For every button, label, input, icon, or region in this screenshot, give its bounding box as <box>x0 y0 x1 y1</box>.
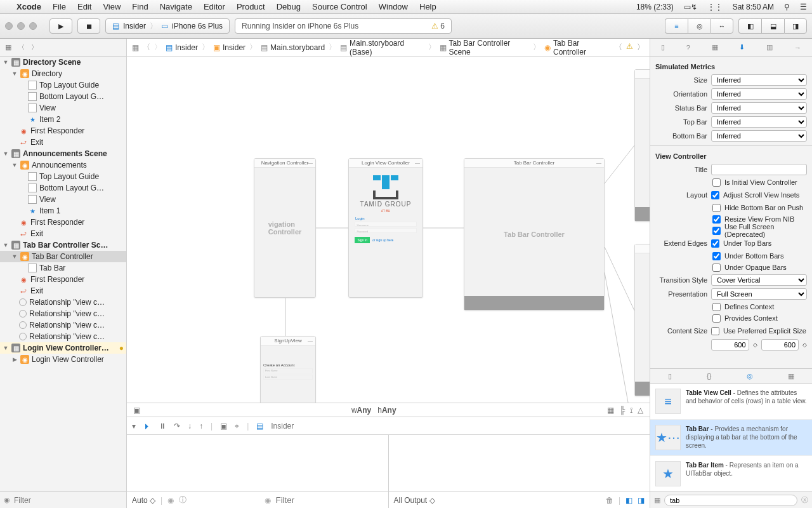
vc-tabbar-controller[interactable]: Tab Bar Controller <box>32 252 93 261</box>
vc-login-controller[interactable]: Login View Controller <box>32 355 104 364</box>
connections-inspector-icon[interactable]: → <box>794 44 801 51</box>
pin-icon[interactable]: ⟟ <box>630 406 632 415</box>
relationship-1[interactable]: Relationship "view c… <box>29 298 105 307</box>
clear-filter-icon[interactable]: ⓧ <box>801 495 808 505</box>
menu-product[interactable]: Product <box>237 2 265 11</box>
title-input[interactable] <box>711 164 807 175</box>
console-pane-left-icon[interactable]: ◧ <box>625 496 632 505</box>
jump-forward-icon[interactable]: 〉 <box>154 42 162 53</box>
version-editor-button[interactable]: ↔ <box>710 18 733 34</box>
bottombar-select[interactable]: Inferred <box>711 130 807 142</box>
presentation-select[interactable]: Full Screen <box>711 288 807 300</box>
object-library-list[interactable]: ≡ Table View Cell - Defines the attribut… <box>650 384 812 491</box>
exit-item[interactable]: Exit <box>30 138 43 147</box>
trash-icon[interactable]: 🗑 <box>606 496 613 505</box>
defines-context-checkbox[interactable] <box>712 303 721 311</box>
size-select[interactable]: Inferred <box>711 74 807 86</box>
library-item-tabbaritem[interactable]: ★ Tab Bar Item - Represents an item on a… <box>650 456 812 491</box>
provides-context-checkbox[interactable] <box>712 314 721 323</box>
library-item-tableviewcell[interactable]: ≡ Table View Cell - Defines the attribut… <box>650 384 812 420</box>
run-button[interactable]: ▶ <box>49 18 72 34</box>
use-fullscreen-checkbox[interactable] <box>712 227 721 235</box>
quicklook-icon[interactable]: ◉ <box>167 496 174 505</box>
ann-view[interactable]: View <box>39 195 56 204</box>
filter-icon[interactable]: ◉ <box>4 496 10 504</box>
next-issue-icon[interactable]: 〉 <box>637 42 645 53</box>
content-width-input[interactable] <box>711 339 749 351</box>
menu-navigate[interactable]: Navigate <box>160 2 192 11</box>
jump-bar[interactable]: ▦ 〈 〉 ▤Insider〉 ▣Insider〉 ▤Main.storyboa… <box>127 39 650 57</box>
view-item[interactable]: View <box>39 104 56 112</box>
wifi-icon[interactable]: ⋮⋮ <box>707 3 723 11</box>
zoom-window-icon[interactable] <box>29 22 37 30</box>
canvas-login-scene[interactable]: Login View Controller— TAMID GROUP AT BU… <box>348 158 423 298</box>
scene-announcements[interactable]: Announcements Scene <box>23 149 107 158</box>
login-password-field[interactable]: Password <box>355 228 416 233</box>
warning-icon[interactable]: ⚠ <box>626 42 633 53</box>
canvas-tabbar-scene[interactable]: Tab Bar Controller— Tab Bar Controller <box>464 158 605 311</box>
console-output-select[interactable]: All Output ◇ <box>394 496 435 505</box>
standard-editor-button[interactable]: ≡ <box>665 18 688 34</box>
menu-editor[interactable]: Editor <box>204 2 225 11</box>
library-tabs[interactable]: ▯ {} ◎ ▦ <box>650 368 812 384</box>
control-center-icon[interactable]: ☰ <box>800 3 807 11</box>
library-item-tabbar[interactable]: ★⋯ Tab Bar - Provides a mechanism for di… <box>650 420 812 456</box>
assistant-editor-button[interactable]: ◎ <box>688 18 710 34</box>
orientation-select[interactable]: Inferred <box>711 88 807 100</box>
pref-size-checkbox[interactable] <box>711 327 719 335</box>
login-signup-link[interactable]: or sign up here <box>372 238 393 242</box>
adjust-scroll-checkbox[interactable] <box>711 191 719 199</box>
print-icon[interactable]: ⓘ <box>179 495 187 505</box>
menu-source-control[interactable]: Source Control <box>312 2 367 11</box>
quick-help-icon[interactable]: ? <box>686 44 690 51</box>
continue-icon[interactable]: ⏵ <box>143 422 151 431</box>
stop-button[interactable]: ◼ <box>77 18 100 34</box>
menu-file[interactable]: File <box>53 2 66 11</box>
initial-vc-checkbox[interactable] <box>712 178 721 187</box>
crumb-storyboard[interactable]: Main.storyboard <box>270 43 325 52</box>
location-icon[interactable]: ⌖ <box>235 422 239 431</box>
menu-debug[interactable]: Debug <box>277 2 301 11</box>
close-window-icon[interactable] <box>5 22 13 30</box>
media-library-icon[interactable]: ▦ <box>788 372 794 380</box>
width-class[interactable]: Any <box>357 406 372 415</box>
clock[interactable]: Sat 8:50 AM <box>733 3 774 11</box>
menu-find[interactable]: Find <box>132 2 148 11</box>
content-height-input[interactable] <box>761 339 799 351</box>
menu-window[interactable]: Window <box>379 2 408 11</box>
navigator-tabs[interactable]: ▦ 〈 〉 <box>0 39 126 57</box>
scene-directory[interactable]: Directory Scene <box>23 58 81 67</box>
relationship-4[interactable]: Relationship "view c… <box>29 332 105 341</box>
menu-help[interactable]: Help <box>419 2 436 11</box>
tab-item-1[interactable]: Item 1 <box>39 206 60 215</box>
toggle-utilities-button[interactable]: ◨ <box>784 18 807 34</box>
menu-view[interactable]: View <box>103 2 121 11</box>
constraints-icon-1[interactable]: ▦ <box>607 406 614 415</box>
login-username-field[interactable]: Username <box>355 222 416 227</box>
library-view-mode-icon[interactable]: ▦ <box>654 496 660 504</box>
debug-target[interactable]: Insider <box>271 422 294 431</box>
top-layout-guide[interactable]: Top Layout Guide <box>39 81 99 90</box>
scene-tabbar[interactable]: Tab Bar Controller Sc… <box>23 241 108 250</box>
crumb-base[interactable]: Main.storyboard (Base) <box>350 39 424 57</box>
step-into-icon[interactable]: ↓ <box>188 422 192 431</box>
project-navigator-icon[interactable]: ▦ <box>5 43 11 51</box>
tab-item-2[interactable]: Item 2 <box>39 115 60 124</box>
identity-inspector-icon[interactable]: ▦ <box>712 43 718 51</box>
view-debug-icon[interactable]: ▣ <box>220 422 227 431</box>
signup-first-name[interactable]: First Name <box>263 368 313 373</box>
signup-last-name[interactable]: Last Name <box>263 375 313 380</box>
console-pane-right-icon[interactable]: ◨ <box>638 496 645 505</box>
under-top-checkbox[interactable] <box>711 239 719 248</box>
transition-select[interactable]: Cover Vertical <box>711 274 807 286</box>
file-template-icon[interactable]: ▯ <box>668 372 672 380</box>
attributes-inspector-icon[interactable]: ⬇ <box>739 43 745 51</box>
canvas-signup-scene[interactable]: SignUpView— Create an Account First Name… <box>260 336 316 403</box>
step-out-icon[interactable]: ↑ <box>199 422 203 431</box>
navigator-filter-input[interactable] <box>14 496 122 505</box>
ann-first-responder[interactable]: First Responder <box>30 218 84 227</box>
menu-edit[interactable]: Edit <box>77 2 91 11</box>
scene-login[interactable]: Login View Controller… <box>23 344 109 352</box>
height-class[interactable]: Any <box>382 406 396 415</box>
vc-announcements[interactable]: Announcements <box>32 161 87 170</box>
